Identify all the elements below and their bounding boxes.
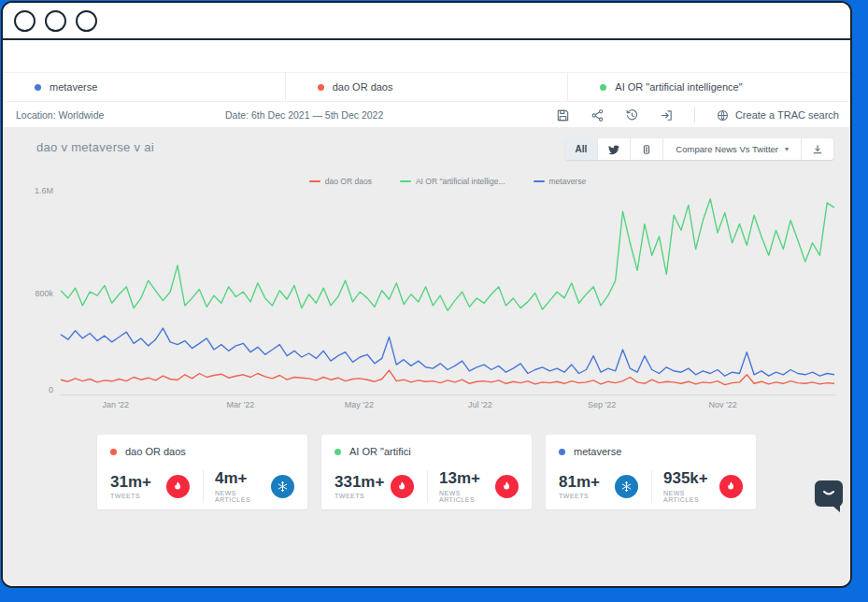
x-axis-tick: Jul '22 [468,400,492,409]
legend-item-dao[interactable]: dao OR daos [309,177,372,186]
date-filter[interactable]: Date: 6th Dec 2021 — 5th Dec 2022 [225,109,383,121]
x-axis-ticks: Jan '22 Mar '22 May '22 Jul '22 Sep '22 … [60,400,835,411]
location-filter[interactable]: Location: Worldwide [3,109,104,121]
history-icon[interactable] [625,108,639,122]
stat-value: 81m+ [559,474,600,492]
trend-line-chart[interactable] [60,186,835,396]
stat-label: TWEETS [110,493,151,499]
twitter-icon [608,144,619,155]
chart-controls: All Compare News Vs Twitter▾ [565,138,833,160]
chat-bubble-icon [821,488,836,499]
ai-dot-icon [600,84,606,91]
card-term-label: dao OR daos [125,446,186,457]
fire-icon [391,475,414,498]
x-axis-tick: May '22 [345,400,374,409]
y-axis-tick: 0 [14,385,53,394]
dao-dot-icon [318,84,324,91]
card-term-label: metaverse [574,446,621,457]
search-term-label: dao OR daos [333,81,393,93]
legend-dash-icon [309,180,320,182]
chevron-down-icon: ▾ [785,145,789,153]
filter-news-button[interactable] [630,138,662,160]
toolbar-divider [694,108,695,122]
save-icon[interactable] [556,108,570,122]
search-terms-row: metaverse dao OR daos AI OR "artificial … [3,72,850,102]
y-axis-tick: 1.6M [14,186,53,195]
x-axis-tick: Nov '22 [709,400,737,409]
stat-value: 935k+ [663,470,719,488]
search-term-dao[interactable]: dao OR daos [285,73,568,101]
snowflake-icon [271,475,294,498]
stat-card-metaverse: metaverse 81m+ TWEETS 935k+ NEWS ARTICLE… [546,435,756,509]
stat-label: TWEETS [334,493,384,499]
chart-panel: dao v metaverse v ai All Compare News Vs… [3,127,850,586]
news-stat: 13m+ NEWS ARTICLES [427,470,522,503]
stat-cards-row: dao OR daos 31m+ TWEETS 4m+ NEWS ARTICLE… [97,435,756,509]
news-stat: 4m+ NEWS ARTICLES [203,470,298,503]
download-icon [812,144,823,155]
metaverse-dot-icon [559,449,565,455]
legend-dash-icon [534,180,545,182]
legend-item-metaverse[interactable]: metaverse [534,177,587,186]
search-term-label: AI OR "artificial intelligence" [615,81,742,93]
x-axis-tick: Jan '22 [102,400,129,409]
tweets-stat: 331m+ TWEETS [334,470,418,503]
news-icon [641,144,652,155]
fire-icon [166,475,190,498]
x-axis-tick: Mar '22 [227,400,255,409]
tweets-stat: 31m+ TWEETS [110,470,193,503]
window-control-minimize[interactable] [45,10,66,32]
y-axis-tick: 800k [14,289,53,298]
compare-dropdown[interactable]: Compare News Vs Twitter▾ [662,138,801,160]
fire-icon [719,475,743,498]
share-icon[interactable] [591,108,605,122]
export-icon[interactable] [660,108,674,122]
search-term-metaverse[interactable]: metaverse [3,73,285,101]
filter-twitter-button[interactable] [597,138,630,160]
search-term-ai[interactable]: AI OR "artificial intelligence" [567,73,850,101]
legend-item-ai[interactable]: AI OR "artificial intellige... [400,177,505,186]
globe-icon [716,108,730,122]
stat-value: 13m+ [439,470,495,488]
chart-title: dao v metaverse v ai [36,140,154,154]
card-term-label: AI OR "artifici [349,446,411,457]
snowflake-icon [615,475,638,498]
filters-toolbar: Location: Worldwide Date: 6th Dec 2021 —… [3,103,850,127]
stat-value: 31m+ [110,474,151,492]
create-trac-search-button[interactable]: Create a TRAC search [716,108,839,122]
chat-launcher-button[interactable] [815,480,843,507]
tweets-stat: 81m+ TWEETS [559,470,642,503]
stat-label: NEWS ARTICLES [663,490,719,503]
series-metaverse-line [61,328,834,376]
chart-legend: dao OR daos AI OR "artificial intellige.… [60,177,835,186]
window-control-maximize[interactable] [76,10,97,32]
app-window: metaverse dao OR daos AI OR "artificial … [1,1,852,588]
fire-icon [495,475,519,498]
stat-label: TWEETS [559,493,600,499]
metaverse-dot-icon [35,84,41,91]
x-axis-tick: Sep '22 [588,400,616,409]
stat-value: 4m+ [215,470,271,488]
stat-label: NEWS ARTICLES [439,490,495,503]
stat-card-ai: AI OR "artifici 331m+ TWEETS 13m+ NEWS A… [321,435,532,509]
stat-label: NEWS ARTICLES [215,490,271,503]
series-ai-line [61,199,834,311]
x-axis-line [60,394,835,395]
dao-dot-icon [110,449,117,455]
search-term-label: metaverse [50,81,97,93]
legend-dash-icon [400,180,411,182]
ai-dot-icon [334,449,341,455]
filter-all-button[interactable]: All [565,138,598,160]
window-titlebar [3,3,850,40]
news-stat: 935k+ NEWS ARTICLES [651,470,747,503]
stat-card-dao: dao OR daos 31m+ TWEETS 4m+ NEWS ARTICLE… [97,435,307,509]
download-button[interactable] [801,138,833,160]
window-control-close[interactable] [14,10,36,32]
stat-value: 331m+ [334,474,384,492]
series-dao-line [61,370,834,385]
